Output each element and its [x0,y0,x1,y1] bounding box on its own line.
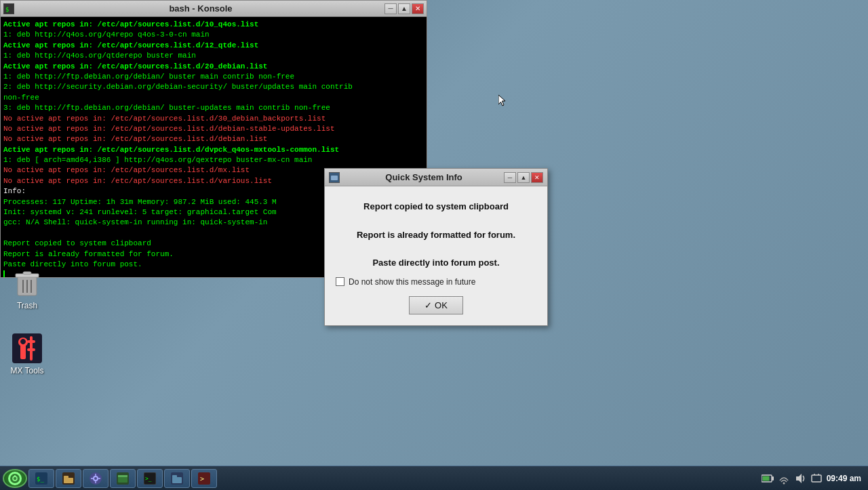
svg-text:$: $ [5,6,9,13]
desktop-icon-mxtools[interactable]: MX Tools [3,329,51,378]
svg-rect-36 [762,476,769,481]
trash-label: Trash [17,301,37,310]
desktop: $ bash - Konsole ─ ▲ ✕ Active apt repos … [0,0,868,490]
dialog-window-controls: ─ ▲ ✕ [504,172,543,183]
notifications-tray-icon[interactable] [810,472,823,485]
ok-button[interactable]: ✓ OK [409,296,463,314]
dialog-footer: ✓ OK [409,296,463,314]
terminal-minimize-button[interactable]: ─ [384,3,397,14]
terminal3-icon: > [197,472,211,485]
svg-rect-10 [331,176,338,180]
taskbar-clock: 09:49 am [827,474,861,483]
taskbar: $_ >_ [0,466,868,490]
trash-icon [11,267,43,300]
dialog-app-icon [329,172,340,183]
mouse-cursor [498,95,507,107]
svg-rect-8 [12,333,42,363]
konsole-icon: $_ [35,472,48,485]
svg-rect-30 [172,477,182,483]
svg-rect-17 [64,476,68,478]
dialog-message: Report copied to system clipboard Report… [357,200,515,270]
svg-rect-31 [172,475,177,478]
filemgr-icon [62,472,75,485]
terminal-window-controls: ─ ▲ ✕ [384,3,424,14]
filemgr2-icon [170,472,184,485]
dialog-message-line3: Paste directly into forum post. [357,256,515,270]
dialog-message-line2: Report is already formatted for forum. [357,228,515,243]
battery-tray-icon[interactable] [762,472,774,485]
taskbar-app-konsole[interactable]: $_ [28,469,54,488]
svg-text:>_: >_ [145,476,152,482]
taskbar-app-terminal2[interactable]: >_ [137,469,163,488]
svg-rect-39 [812,475,821,482]
dialog-titlebar: Quick System Info ─ ▲ ✕ [325,169,547,186]
mxtools-icon [11,332,43,365]
quick-system-info-dialog: Quick System Info ─ ▲ ✕ Report copied to… [324,168,548,326]
mxtools-label: MX Tools [10,366,43,375]
network-tray-icon[interactable] [778,472,790,485]
do-not-show-checkbox[interactable] [336,277,344,286]
svg-rect-16 [64,478,73,483]
taskbar-app-settings[interactable] [83,469,108,488]
taskbar-app-filemgr[interactable] [56,469,81,488]
terminal-title: bash - Konsole [17,3,384,14]
svg-rect-4 [23,272,31,274]
svg-rect-26 [118,475,127,477]
dialog-title: Quick System Info [344,172,504,182]
dialog-message-line1: Report copied to system clipboard [357,200,515,214]
svg-text:>: > [200,475,204,483]
svg-rect-35 [772,476,774,481]
start-button-icon [8,472,22,485]
do-not-show-row: Do not show this message in future [336,277,475,287]
desktop-icon-trash[interactable]: Trash [3,264,51,313]
ok-button-label: OK [435,300,448,310]
terminal-titlebar: $ bash - Konsole ─ ▲ ✕ [1,1,427,17]
terminal2-icon: >_ [143,472,157,485]
svg-text:$_: $_ [37,476,44,483]
terminal-close-button[interactable]: ✕ [412,3,424,14]
dialog-close-button[interactable]: ✕ [531,172,543,183]
settings-icon [89,472,102,485]
taskbar-app-filemgr2[interactable] [164,469,190,488]
svg-point-37 [783,482,785,484]
browser-icon [116,472,130,485]
do-not-show-label: Do not show this message in future [349,277,475,287]
terminal-maximize-button[interactable]: ▲ [398,3,410,14]
taskbar-app-terminal3[interactable]: > [191,469,217,488]
dialog-minimize-button[interactable]: ─ [504,172,516,183]
terminal-app-icon: $ [3,3,14,14]
ok-checkmark-icon: ✓ [425,300,432,310]
dialog-maximize-button[interactable]: ▲ [517,172,530,183]
dialog-body: Report copied to system clipboard Report… [325,186,547,325]
taskbar-app-browser[interactable] [110,469,136,488]
svg-marker-38 [796,474,802,483]
volume-tray-icon[interactable] [794,472,806,485]
start-button[interactable] [3,469,27,488]
system-tray: 09:49 am [757,472,865,485]
